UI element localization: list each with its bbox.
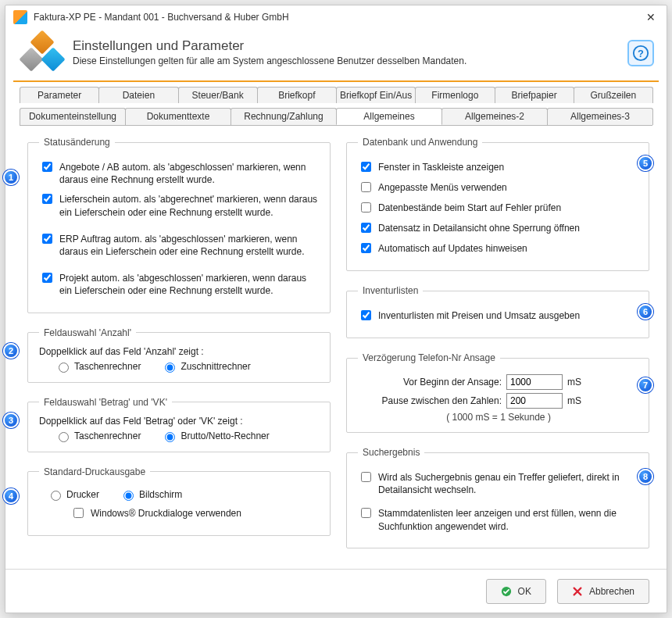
- chk-status-1[interactable]: [42, 194, 52, 204]
- badge-5: 5: [638, 155, 653, 171]
- tel-before-input[interactable]: [506, 374, 563, 390]
- cancel-label: Abbrechen: [589, 586, 634, 597]
- chk-status-2-label: ERP Auftrag autom. als 'abgeschlossen' m…: [59, 233, 320, 258]
- chk-search-0[interactable]: [361, 472, 371, 482]
- group-anzahl: 2 Feldauswahl 'Anzahl' Doppelklick auf d…: [27, 327, 331, 383]
- group-betrag-legend: Feldauswahl 'Betrag' und 'VK': [39, 397, 172, 408]
- chk-db-1[interactable]: [361, 182, 371, 192]
- radio-betrag-0-label: Taschenrechner: [74, 430, 141, 441]
- ok-label: OK: [518, 586, 531, 597]
- tab-allgemeines-2[interactable]: Allgemeines-2: [441, 108, 548, 125]
- group-db: 5 Datenbank und Anwendung Fenster in Tas…: [346, 137, 649, 271]
- check-icon: [501, 586, 512, 597]
- group-inventur-legend: Inventurlisten: [358, 285, 423, 296]
- tab-firmenlogo[interactable]: Firmenlogo: [415, 87, 495, 103]
- footer: OK Abbrechen: [5, 569, 667, 613]
- chk-windows-dialog-label: Windows® Druckdialoge verwenden: [91, 507, 241, 520]
- radio-betrag-1-label: Brutto/Netto-Rechner: [181, 430, 269, 441]
- group-status: 1 Statusänderung Angebote / AB autom. al…: [27, 137, 331, 313]
- x-icon: [572, 586, 583, 597]
- help-button[interactable]: ?: [627, 40, 654, 66]
- betrag-prompt: Doppelklick auf das Feld 'Betrag' oder '…: [39, 416, 320, 427]
- chk-db-3[interactable]: [361, 223, 371, 233]
- chk-search-1-label: Stammdatenlisten leer anzeigen und erst …: [378, 507, 639, 532]
- chk-status-2[interactable]: [42, 234, 52, 244]
- chk-inventur-label: Inventurlisten mit Preisen und Umsatz au…: [378, 309, 580, 322]
- chk-search-0-label: Wird als Suchergebnis genau ein Treffer …: [378, 471, 639, 496]
- chk-status-0[interactable]: [42, 162, 52, 172]
- tab-briefpapier[interactable]: Briefpapier: [495, 87, 574, 103]
- group-anzahl-legend: Feldauswahl 'Anzahl': [39, 327, 136, 338]
- badge-4: 4: [3, 488, 19, 504]
- ok-button[interactable]: OK: [486, 579, 546, 604]
- badge-7: 7: [638, 377, 653, 393]
- tel-between-label: Pause zwischen den Zahlen:: [358, 395, 506, 406]
- content: 1 Statusänderung Angebote / AB autom. al…: [5, 126, 667, 569]
- page-title: Einstellungen und Parameter: [73, 38, 466, 54]
- group-druck: 4 Standard-Druckausgabe Drucker Bildschi…: [27, 466, 331, 536]
- radio-druck-1[interactable]: [123, 491, 134, 501]
- right-column: 5 Datenbank und Anwendung Fenster in Tas…: [346, 137, 649, 563]
- chk-inventur[interactable]: [361, 310, 371, 320]
- chk-windows-dialog[interactable]: [73, 508, 84, 518]
- tel-before-unit: mS: [567, 377, 581, 388]
- cancel-button[interactable]: Abbrechen: [557, 579, 649, 604]
- chk-db-4[interactable]: [361, 243, 371, 253]
- radio-druck-0-label: Drucker: [66, 489, 99, 500]
- chk-search-1[interactable]: [361, 508, 371, 518]
- tab-parameter[interactable]: Parameter: [20, 87, 99, 103]
- radio-druck-0[interactable]: [51, 491, 61, 501]
- chk-db-2[interactable]: [361, 202, 371, 213]
- chk-db-0[interactable]: [361, 162, 371, 172]
- titlebar: Faktura-XP PE - Mandant 001 - Buchversan…: [5, 5, 667, 29]
- group-druck-legend: Standard-Druckausgabe: [39, 466, 150, 477]
- group-status-legend: Statusänderung: [39, 137, 115, 148]
- group-db-legend: Datenbank und Anwendung: [358, 137, 482, 148]
- group-search: 8 Suchergebnis Wird als Suchergebnis gen…: [346, 447, 649, 548]
- tab-dateien[interactable]: Dateien: [98, 87, 178, 103]
- chk-status-1-label: Lieferschein autom. als 'abgerechnet' ma…: [59, 193, 320, 218]
- cubes-icon: [18, 34, 65, 71]
- badge-2: 2: [3, 343, 19, 359]
- radio-betrag-0[interactable]: [59, 432, 69, 442]
- tab-steuer-bank[interactable]: Steuer/Bank: [178, 87, 258, 103]
- group-tel: 7 Verzögerung Telefon-Nr Ansage Vor Begi…: [346, 352, 649, 433]
- tab-allgemeines[interactable]: Allgemeines: [336, 108, 442, 125]
- radio-anzahl-1[interactable]: [165, 363, 175, 373]
- header: Einstellungen und Parameter Diese Einste…: [5, 29, 667, 80]
- window-title: Faktura-XP PE - Mandant 001 - Buchversan…: [34, 12, 640, 23]
- settings-window: Faktura-XP PE - Mandant 001 - Buchversan…: [5, 5, 667, 613]
- close-icon[interactable]: ✕: [640, 9, 662, 26]
- help-icon: ?: [632, 45, 649, 62]
- badge-3: 3: [3, 413, 19, 428]
- group-inventur: 6 Inventurlisten Inventurlisten mit Prei…: [346, 285, 649, 338]
- radio-anzahl-0[interactable]: [59, 363, 69, 373]
- tel-between-input[interactable]: [506, 393, 563, 409]
- group-search-legend: Suchergebnis: [358, 447, 424, 458]
- tab-rechnung[interactable]: Rechnung/Zahlung: [231, 108, 337, 125]
- radio-anzahl-0-label: Taschenrechner: [74, 361, 141, 372]
- chk-status-3-label: Projekt autom. als 'abgeschlossen' marki…: [59, 272, 320, 297]
- tab-dok-einstellung[interactable]: Dokumenteinstellung: [20, 108, 126, 125]
- tab-briefkopf[interactable]: Briefkopf: [257, 87, 337, 103]
- tab-briefkopf-ea[interactable]: Briefkopf Ein/Aus: [336, 87, 416, 103]
- radio-betrag-1[interactable]: [165, 432, 175, 442]
- tabs-row-1: Parameter Dateien Steuer/Bank Briefkopf …: [5, 82, 667, 103]
- chk-db-1-label: Angepasste Menüs verwenden: [378, 181, 507, 194]
- chk-db-2-label: Datenbestände beim Start auf Fehler prüf…: [378, 202, 561, 214]
- tabs-row-2: Dokumenteinstellung Dokumenttexte Rechnu…: [5, 103, 667, 125]
- chk-status-0-label: Angebote / AB autom. als 'abgeschlossen'…: [59, 161, 320, 186]
- tel-before-label: Vor Beginn der Ansage:: [358, 377, 506, 388]
- radio-druck-1-label: Bildschirm: [139, 489, 182, 500]
- tab-dok-texte[interactable]: Dokumenttexte: [125, 108, 231, 125]
- app-icon: [13, 10, 27, 24]
- badge-1: 1: [3, 170, 19, 185]
- badge-8: 8: [638, 469, 653, 484]
- chk-status-3[interactable]: [42, 273, 52, 283]
- radio-anzahl-1-label: Zuschnittrechner: [181, 361, 250, 372]
- chk-db-3-label: Datensatz in Detailansicht ohne Sperrung…: [378, 222, 580, 234]
- tab-grusszeilen[interactable]: Grußzeilen: [574, 87, 653, 103]
- page-subtitle: Diese Einstellungen gelten für alle am S…: [73, 55, 466, 66]
- tab-allgemeines-3[interactable]: Allgemeines-3: [547, 108, 653, 125]
- svg-text:?: ?: [638, 48, 644, 59]
